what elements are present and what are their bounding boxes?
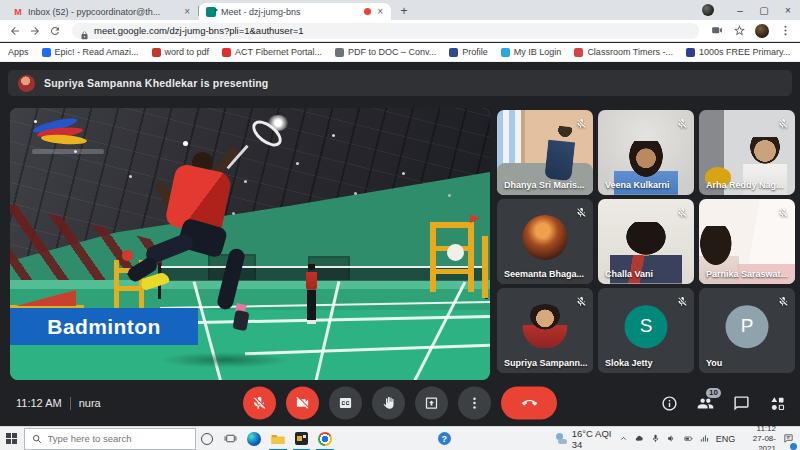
back-icon[interactable] bbox=[8, 24, 22, 38]
bookmark-favicon bbox=[574, 48, 583, 57]
bookmark-item[interactable]: Classroom Timers -... bbox=[574, 47, 673, 57]
chrome-button[interactable] bbox=[313, 427, 337, 450]
video-watermark-logo bbox=[32, 116, 112, 158]
participant-tile[interactable]: Arha Reddy Nag... bbox=[699, 110, 795, 195]
notification-center-button[interactable] bbox=[783, 430, 794, 448]
weather-widget[interactable]: 16°C AQI 34 bbox=[556, 428, 619, 450]
activities-icon[interactable] bbox=[769, 395, 786, 412]
battery-icon[interactable] bbox=[684, 433, 693, 444]
bookmark-favicon bbox=[152, 48, 161, 57]
browser-toolbar: meet.google.com/dzj-jumg-bns?pli=1&authu… bbox=[0, 20, 800, 42]
presenting-banner: Supriya Sampanna Khedlekar is presenting bbox=[8, 70, 792, 96]
participant-name: Arha Reddy Nag... bbox=[706, 180, 784, 190]
bookmark-favicon bbox=[686, 48, 695, 57]
window-maximize-button[interactable]: ▢ bbox=[752, 0, 776, 20]
reload-icon[interactable] bbox=[48, 24, 62, 38]
windows-taskbar: ? 16°C AQI 34 ENG 11:12 27-08-2021 bbox=[0, 426, 800, 450]
windows-logo-icon bbox=[6, 433, 17, 444]
meet-app: Supriya Sampanna Khedlekar is presenting bbox=[0, 62, 800, 426]
weather-icon bbox=[556, 433, 567, 445]
screen: MInbox (52) - pypcoordinator@th...×Meet … bbox=[0, 0, 800, 450]
window-controls: – ▢ × bbox=[702, 0, 800, 20]
end-call-button[interactable] bbox=[501, 387, 557, 420]
window-close-button[interactable]: × bbox=[776, 0, 800, 20]
tray-mic-icon[interactable] bbox=[651, 433, 660, 444]
bookmark-item[interactable]: Profile bbox=[449, 47, 488, 57]
taskbar-search[interactable] bbox=[24, 428, 196, 450]
participant-grid: Dhanya Sri Maris...Veena KulkarniArha Re… bbox=[497, 110, 795, 373]
participant-tile[interactable]: Challa Vani bbox=[598, 199, 694, 284]
window-minimize-button[interactable]: – bbox=[728, 0, 752, 20]
more-options-button[interactable] bbox=[458, 387, 491, 420]
captions-button[interactable] bbox=[329, 387, 362, 420]
dark-app-button[interactable] bbox=[290, 427, 314, 450]
raise-hand-button[interactable] bbox=[372, 387, 405, 420]
media-control-icon[interactable] bbox=[709, 24, 723, 38]
bookmark-label: word to pdf bbox=[165, 47, 210, 57]
bookmark-item[interactable]: My IB Login bbox=[501, 47, 562, 57]
network-icon[interactable] bbox=[700, 433, 709, 444]
mic-muted-icon bbox=[778, 115, 789, 133]
language-indicator[interactable]: ENG bbox=[716, 434, 736, 444]
tab-close-icon[interactable]: × bbox=[183, 6, 191, 17]
help-button[interactable]: ? bbox=[433, 427, 457, 450]
edge-button[interactable] bbox=[243, 427, 267, 450]
profile-avatar[interactable] bbox=[755, 24, 769, 38]
search-input[interactable] bbox=[48, 433, 188, 444]
browser-tab[interactable]: MInbox (52) - pypcoordinator@th...× bbox=[6, 3, 198, 20]
participant-tile[interactable]: Dhanya Sri Maris... bbox=[497, 110, 593, 195]
participant-tile[interactable]: PYou bbox=[699, 288, 795, 373]
bookmark-label: My IB Login bbox=[514, 47, 562, 57]
meet-favicon bbox=[206, 7, 216, 17]
bookmark-item[interactable]: Epic! - Read Amazi... bbox=[42, 47, 139, 57]
bookmark-favicon bbox=[335, 48, 344, 57]
tray-chevron-icon[interactable] bbox=[619, 433, 628, 444]
file-explorer-button[interactable] bbox=[266, 427, 290, 450]
participant-initial-avatar: S bbox=[625, 305, 668, 348]
mic-muted-icon bbox=[677, 115, 688, 133]
participant-name: Veena Kulkarni bbox=[605, 180, 670, 190]
present-screen-button[interactable] bbox=[415, 387, 448, 420]
mic-off-button[interactable] bbox=[243, 387, 276, 420]
bookmarks-bar: AppsEpic! - Read Amazi...word to pdfACT … bbox=[0, 43, 800, 62]
volume-icon[interactable] bbox=[667, 433, 676, 444]
player-shoe bbox=[232, 310, 249, 331]
bookmark-item[interactable]: Apps bbox=[8, 47, 29, 57]
participant-tile[interactable]: Seemanta Bhaga... bbox=[497, 199, 593, 284]
participant-name: Sloka Jetty bbox=[605, 358, 653, 368]
toolbar-right-icons bbox=[709, 24, 792, 38]
mic-muted-icon bbox=[576, 293, 587, 311]
participant-tile[interactable]: Parnika Saraswat... bbox=[699, 199, 795, 284]
chrome-icon bbox=[318, 432, 332, 446]
new-tab-button[interactable]: + bbox=[397, 4, 411, 18]
media-hub-button[interactable] bbox=[702, 4, 714, 16]
bookmark-item[interactable]: 1000s FREE Primary... bbox=[686, 47, 790, 57]
address-bar[interactable]: meet.google.com/dzj-jumg-bns?pli=1&authu… bbox=[72, 23, 699, 39]
taskbar-clock[interactable]: 11:12 27-08-2021 bbox=[742, 424, 776, 450]
browser-tab[interactable]: Meet - dzj-jumg-bns× bbox=[199, 3, 391, 20]
start-button[interactable] bbox=[0, 427, 24, 450]
participant-name: Dhanya Sri Maris... bbox=[504, 180, 585, 190]
browser-menu-icon[interactable] bbox=[778, 24, 792, 38]
chat-icon[interactable] bbox=[733, 395, 750, 412]
forward-icon[interactable] bbox=[28, 24, 42, 38]
participant-tile[interactable]: Veena Kulkarni bbox=[598, 110, 694, 195]
onedrive-icon[interactable] bbox=[635, 433, 644, 444]
tab-close-icon[interactable]: × bbox=[376, 6, 384, 17]
bookmark-item[interactable]: PDF to DOC – Conv... bbox=[335, 47, 436, 57]
participant-name: Challa Vani bbox=[605, 269, 653, 279]
lock-icon bbox=[80, 26, 89, 35]
task-view-button[interactable] bbox=[219, 427, 243, 450]
participant-tile[interactable]: SSloka Jetty bbox=[598, 288, 694, 373]
participant-tile[interactable]: Supriya Sampann... bbox=[497, 288, 593, 373]
bookmark-item[interactable]: ACT Fibernet Portal... bbox=[222, 47, 322, 57]
participants-icon[interactable]: 10 bbox=[697, 395, 714, 412]
bookmark-item[interactable]: word to pdf bbox=[152, 47, 210, 57]
player-leg bbox=[216, 247, 247, 311]
participant-name: You bbox=[706, 358, 722, 368]
bookmark-star-icon[interactable] bbox=[732, 24, 746, 38]
camera-off-button[interactable] bbox=[286, 387, 319, 420]
cortana-button[interactable] bbox=[196, 427, 220, 450]
meeting-details-icon[interactable] bbox=[661, 395, 678, 412]
presentation-video[interactable]: Badminton bbox=[10, 108, 490, 380]
